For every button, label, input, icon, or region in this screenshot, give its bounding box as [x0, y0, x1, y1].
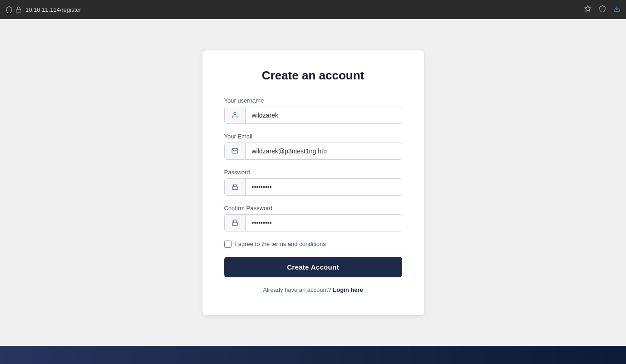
password-input-wrapper [224, 178, 402, 196]
browser-toolbar: 10.10.11.114/register [0, 0, 626, 19]
svg-rect-0 [16, 9, 21, 12]
bookmark-icon[interactable] [584, 5, 591, 14]
url-display: 10.10.11.114/register [25, 6, 81, 13]
email-icon [225, 143, 246, 159]
browser-action-icons [584, 5, 621, 14]
taskbar [0, 346, 626, 364]
email-label: Your Email [224, 133, 402, 140]
lock-confirm-icon [225, 215, 246, 231]
email-input-wrapper [224, 143, 402, 160]
confirm-password-label: Confirm Password [224, 205, 402, 212]
confirm-password-field-group: Confirm Password [224, 205, 402, 231]
svg-rect-4 [232, 187, 237, 190]
email-input[interactable] [246, 143, 402, 159]
lock-icon [225, 179, 246, 195]
taskbar-thumbnails [0, 346, 626, 364]
browser-shield-icon [5, 6, 13, 13]
confirm-password-input-wrapper [224, 214, 402, 231]
password-input[interactable] [246, 179, 402, 195]
browser-lock-icon [15, 6, 22, 13]
page-title: Create an account [224, 69, 402, 83]
login-here-link[interactable]: Login here [333, 286, 363, 293]
user-icon [225, 107, 246, 123]
confirm-password-input[interactable] [246, 215, 402, 231]
registration-card: Create an account Your username Your Ema… [202, 50, 424, 315]
svg-rect-5 [232, 222, 237, 226]
password-label: Password [224, 169, 402, 176]
login-link-row: Already have an account? Login here [224, 286, 402, 293]
create-account-button[interactable]: Create Account [224, 257, 402, 277]
page-content: Create an account Your username Your Ema… [0, 19, 626, 346]
svg-marker-1 [585, 5, 591, 11]
download-icon[interactable] [613, 5, 621, 14]
username-input[interactable] [246, 107, 402, 123]
email-field-group: Your Email [224, 133, 402, 160]
password-field-group: Password [224, 169, 402, 196]
login-prompt-text: Already have an account? [263, 286, 331, 293]
terms-link[interactable]: terms and conditions [271, 241, 326, 247]
username-field-group: Your username [224, 97, 402, 124]
username-input-wrapper [224, 107, 402, 124]
username-label: Your username [224, 97, 402, 104]
address-bar[interactable]: 10.10.11.114/register [25, 6, 581, 13]
browser-shield-icon2[interactable] [599, 5, 606, 14]
svg-point-3 [234, 113, 236, 115]
terms-row: I agree to the terms and conditions [224, 241, 402, 248]
terms-checkbox[interactable] [224, 241, 232, 248]
browser-security-icons [5, 6, 22, 13]
terms-label[interactable]: I agree to the terms and conditions [235, 241, 326, 247]
